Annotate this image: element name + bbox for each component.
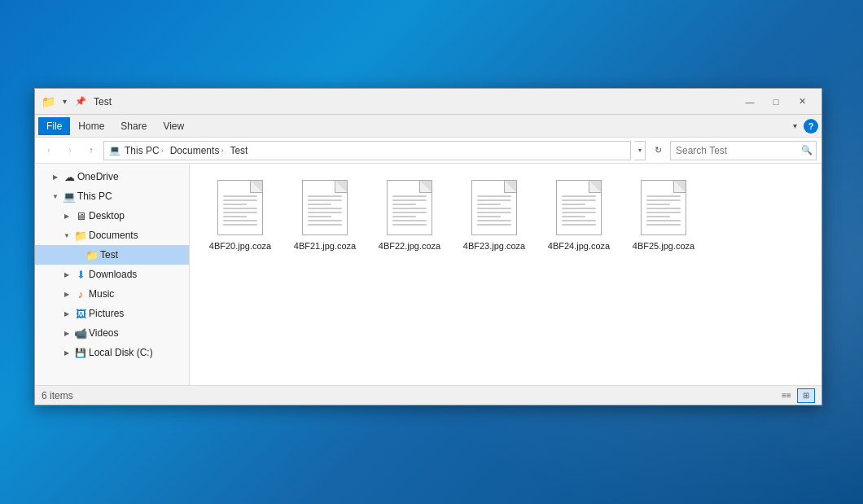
status-bar: 6 items ≡≡ ⊞ [35, 385, 821, 405]
file-area: 4BF20.jpg.coza4BF21.jpg.coza4BF22.jpg.co… [190, 164, 821, 385]
file-item-1[interactable]: 4BF21.jpg.coza [284, 173, 366, 258]
path-documents-label: Documents [170, 145, 220, 156]
sidebar-label-downloads: Downloads [89, 269, 137, 280]
sidebar-label-pictures: Pictures [89, 308, 124, 319]
sidebar-label-test: Test [100, 249, 118, 261]
refresh-button[interactable]: ↻ [649, 142, 667, 160]
file-item-3[interactable]: 4BF23.jpg.coza [453, 173, 535, 258]
minimize-button[interactable]: — [737, 89, 763, 115]
forward-button[interactable]: › [61, 142, 79, 160]
local-disk-icon: 💾 [74, 346, 87, 359]
up-button[interactable]: ↑ [82, 142, 100, 160]
address-bar: ‹ › ↑ 💻 This PC › Documents › Test ▾ ↻ 🔍 [35, 138, 821, 164]
address-path[interactable]: 💻 This PC › Documents › Test [103, 141, 631, 160]
videos-icon: 📹 [74, 327, 87, 340]
expand-arrow-music: ▶ [61, 291, 72, 298]
search-icon[interactable]: 🔍 [801, 145, 813, 156]
sidebar-label-videos: Videos [89, 327, 118, 339]
file-item-0[interactable]: 4BF20.jpg.coza [199, 173, 281, 258]
path-this-pc[interactable]: This PC › [122, 144, 166, 157]
search-input[interactable] [676, 145, 798, 156]
view-buttons: ≡≡ ⊞ [778, 388, 815, 403]
file-item-2[interactable]: 4BF22.jpg.coza [369, 173, 450, 258]
file-name-4: 4BF24.jpg.coza [548, 240, 610, 252]
close-button[interactable]: ✕ [789, 89, 815, 115]
sidebar-label-music: Music [89, 288, 114, 300]
this-pc-icon: 💻 [63, 190, 76, 203]
path-documents[interactable]: Documents › [168, 144, 226, 157]
downloads-icon: ⬇ [74, 268, 87, 281]
sidebar-item-desktop[interactable]: ▶ 🖥 Desktop [35, 206, 189, 226]
pin-icon: 📌 [74, 95, 87, 108]
sidebar-label-desktop: Desktop [89, 210, 125, 221]
large-icons-view-button[interactable]: ⊞ [797, 388, 815, 403]
menu-bar: File Home Share View ▾ ? [35, 115, 821, 138]
sidebar-item-downloads[interactable]: ▶ ⬇ Downloads [35, 265, 189, 284]
documents-icon: 📁 [74, 229, 87, 242]
file-item-5[interactable]: 4BF25.jpg.coza [623, 173, 704, 258]
file-item-4[interactable]: 4BF24.jpg.coza [538, 173, 620, 258]
sidebar-item-onedrive[interactable]: ▶ ☁ OneDrive [35, 167, 189, 186]
expand-arrow-videos: ▶ [61, 330, 72, 337]
expand-arrow-documents: ▼ [61, 232, 72, 239]
file-name-3: 4BF23.jpg.coza [463, 240, 525, 252]
file-icon-1 [302, 180, 348, 235]
sidebar-label-documents: Documents [89, 230, 138, 241]
folder-icon: 📁 [42, 95, 55, 108]
sidebar-label-local-disk: Local Disk (C:) [89, 347, 153, 358]
address-dropdown[interactable]: ▾ [634, 141, 646, 160]
onedrive-icon: ☁ [63, 170, 76, 183]
file-icon-4 [556, 180, 602, 235]
menu-file[interactable]: File [38, 117, 70, 135]
status-item-count: 6 items [42, 390, 73, 401]
test-icon: 📁 [85, 248, 99, 261]
file-icon-2 [387, 180, 432, 235]
sidebar-item-test[interactable]: 📁 Test [35, 245, 189, 265]
desktop-icon: 🖥 [74, 209, 87, 222]
sidebar-item-this-pc[interactable]: ▼ 💻 This PC [35, 186, 189, 206]
sidebar-item-documents[interactable]: ▼ 📁 Documents [35, 226, 189, 245]
sidebar-item-local-disk[interactable]: ▶ 💾 Local Disk (C:) [35, 343, 189, 362]
sidebar-label-onedrive: OneDrive [77, 171, 119, 182]
file-name-5: 4BF25.jpg.coza [633, 240, 694, 252]
file-icon-3 [471, 180, 517, 235]
path-chevron-1: › [161, 147, 164, 155]
menu-view[interactable]: View [155, 117, 192, 135]
title-bar: 📁 ▾ 📌 Test — □ ✕ [35, 89, 821, 115]
menu-bar-right: ▾ ? [790, 119, 818, 134]
file-name-1: 4BF21.jpg.coza [294, 240, 356, 252]
main-content: ▶ ☁ OneDrive ▼ 💻 This PC ▶ 🖥 Desktop ▼ 📁… [35, 164, 821, 385]
path-chevron-2: › [221, 147, 223, 155]
maximize-button[interactable]: □ [763, 89, 789, 115]
window-controls: — □ ✕ [737, 89, 815, 115]
expand-arrow-local-disk: ▶ [61, 349, 72, 357]
sidebar-item-pictures[interactable]: ▶ 🖼 Pictures [35, 304, 189, 323]
file-icon-5 [641, 180, 686, 235]
back-button[interactable]: ‹ [40, 142, 58, 160]
sidebar-item-music[interactable]: ▶ ♪ Music [35, 284, 189, 304]
path-root-icon: 💻 [109, 145, 120, 156]
music-icon: ♪ [74, 287, 87, 300]
menu-expand-icon[interactable]: ▾ [790, 120, 800, 132]
path-test[interactable]: Test [227, 144, 250, 157]
expand-arrow-pictures: ▶ [61, 310, 72, 318]
expand-arrow-onedrive: ▶ [50, 173, 61, 181]
sidebar-item-videos[interactable]: ▶ 📹 Videos [35, 323, 189, 343]
sidebar: ▶ ☁ OneDrive ▼ 💻 This PC ▶ 🖥 Desktop ▼ 📁… [35, 164, 190, 385]
explorer-window: 📁 ▾ 📌 Test — □ ✕ File Home Share View ▾ … [34, 88, 822, 405]
window-title: Test [94, 96, 737, 107]
sidebar-label-this-pc: This PC [77, 191, 112, 202]
path-this-pc-label: This PC [125, 145, 160, 156]
quick-access-icon: ▾ [58, 95, 71, 108]
expand-arrow-this-pc: ▼ [50, 193, 61, 200]
menu-home[interactable]: Home [70, 117, 112, 135]
file-name-2: 4BF22.jpg.coza [379, 240, 440, 252]
file-icon-0 [217, 180, 263, 235]
expand-arrow-desktop: ▶ [61, 213, 72, 220]
title-bar-icons: 📁 ▾ 📌 [42, 95, 87, 108]
menu-share[interactable]: Share [112, 117, 155, 135]
details-view-button[interactable]: ≡≡ [778, 388, 795, 403]
pictures-icon: 🖼 [74, 307, 87, 320]
search-box[interactable]: 🔍 [670, 141, 817, 160]
help-button[interactable]: ? [804, 119, 818, 134]
